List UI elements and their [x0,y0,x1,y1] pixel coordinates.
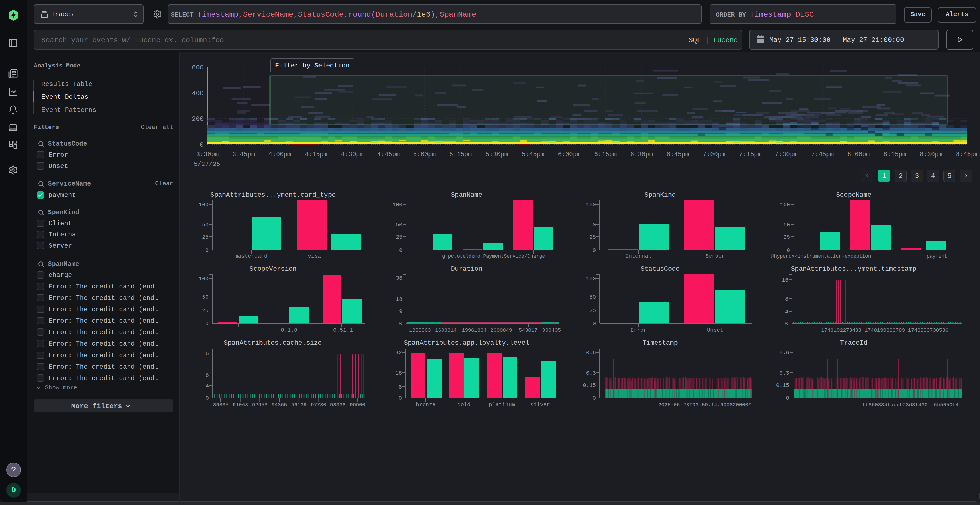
svg-text:Timestamp: Timestamp [643,339,678,347]
svg-text:16: 16 [202,351,209,357]
svg-text:8: 8 [785,296,788,302]
svg-text:97730: 97730 [310,402,326,408]
svg-text:ScopeName: ScopeName [836,191,871,199]
svg-text:SpanKind: SpanKind [644,191,676,199]
svg-text:25: 25 [783,234,790,240]
svg-text:2025-05-28T03:59:14.900820000Z: 2025-05-28T03:59:14.900820000Z [658,402,751,408]
svg-text:0: 0 [399,321,402,327]
svg-text:0.1.0: 0.1.0 [281,327,297,333]
svg-text:0.6: 0.6 [780,349,789,356]
svg-text:100: 100 [780,202,790,208]
svg-text:gold: gold [457,402,470,408]
svg-text:bronze: bronze [416,402,436,408]
svg-text:96139: 96139 [291,402,307,408]
svg-text:ff860334facdb23d3f430ff5b5050f: ff860334facdb23d3f430ff5b5050f4f [862,402,962,408]
svg-text:@hyperdx/instrumentation-excep: @hyperdx/instrumentation-exception [771,254,871,259]
svg-text:92953: 92953 [252,402,267,408]
svg-text:0.6: 0.6 [586,349,596,356]
svg-text:50: 50 [202,294,208,300]
svg-text:16: 16 [395,370,402,376]
svg-text:0: 0 [399,395,402,401]
svg-text:platinum: platinum [489,402,515,408]
svg-text:9: 9 [399,308,402,314]
svg-text:visa: visa [308,253,321,259]
svg-text:SpanAttributes.cache.size: SpanAttributes.cache.size [224,339,322,347]
svg-text:0: 0 [593,395,596,401]
svg-text:4: 4 [205,383,209,389]
svg-text:50: 50 [396,222,402,228]
svg-text:94365: 94365 [271,402,287,408]
svg-text:Internal: Internal [625,253,651,259]
svg-text:543017: 543017 [519,327,538,333]
svg-text:0: 0 [786,395,789,401]
svg-text:StatusCode: StatusCode [641,265,680,273]
svg-text:0: 0 [787,247,790,254]
svg-text:32: 32 [395,349,402,356]
svg-text:1698314: 1698314 [435,327,457,333]
svg-text:100: 100 [393,202,402,208]
svg-text:25: 25 [589,308,596,314]
svg-text:1748192273433 1748199880789 17: 1748192273433 1748199880789 174839373853… [821,327,948,333]
svg-text:18: 18 [396,296,402,303]
svg-text:0: 0 [205,321,208,327]
svg-text:50: 50 [589,222,596,228]
svg-text:0: 0 [593,321,596,327]
svg-text:0: 0 [205,395,209,401]
svg-text:91063: 91063 [232,402,248,408]
svg-text:0.15: 0.15 [583,382,596,389]
svg-text:Duration: Duration [451,265,482,273]
svg-text:1333363: 1333363 [409,327,431,333]
svg-text:99900: 99900 [350,402,365,408]
svg-text:payment: payment [927,254,947,259]
svg-text:0.51.1: 0.51.1 [333,327,353,333]
svg-text:silver: silver [530,402,550,408]
svg-text:25: 25 [396,234,402,240]
svg-text:25: 25 [589,234,596,240]
svg-text:grpc.oteldemo.PaymentService/C: grpc.oteldemo.PaymentService/Charge [442,254,545,259]
svg-text:100: 100 [586,276,596,282]
svg-text:SpanAttributes.app.loyalty.lev: SpanAttributes.app.loyalty.level [404,339,530,347]
svg-text:19961834: 19961834 [462,327,487,333]
svg-text:50: 50 [202,222,208,228]
svg-text:89835: 89835 [213,402,228,408]
svg-text:0: 0 [205,247,208,254]
svg-text:8: 8 [399,384,402,390]
svg-text:mastercard: mastercard [235,253,267,259]
svg-text:25: 25 [202,308,208,314]
svg-text:25: 25 [202,234,208,240]
svg-text:Error: Error [630,327,647,333]
svg-text:16: 16 [782,277,788,283]
svg-text:50: 50 [589,294,596,300]
svg-text:0.15: 0.15 [776,382,789,389]
svg-text:Unset: Unset [707,327,723,333]
svg-text:999435: 999435 [542,327,561,333]
svg-text:0: 0 [593,247,596,254]
svg-text:8: 8 [205,372,209,378]
svg-text:36: 36 [396,275,402,281]
svg-text:0.3: 0.3 [586,370,596,376]
svg-text:0.3: 0.3 [780,370,789,376]
svg-text:2600849: 2600849 [490,327,512,333]
svg-text:0: 0 [399,247,402,254]
svg-text:Server: Server [705,253,725,259]
svg-text:SpanAttributes...yment.timesta: SpanAttributes...yment.timestamp [791,265,916,273]
svg-text:0: 0 [785,321,788,327]
svg-text:98338: 98338 [330,402,345,408]
svg-text:ScopeVersion: ScopeVersion [250,265,297,273]
svg-text:SpanAttributes...yment.card_ty: SpanAttributes...yment.card_type [210,191,336,199]
svg-text:4: 4 [785,309,788,315]
svg-text:50: 50 [783,222,790,228]
svg-text:100: 100 [199,202,208,208]
svg-text:100: 100 [586,202,596,208]
svg-text:SpanName: SpanName [451,191,482,199]
svg-text:100: 100 [199,276,208,282]
svg-text:TraceId: TraceId [840,339,867,347]
